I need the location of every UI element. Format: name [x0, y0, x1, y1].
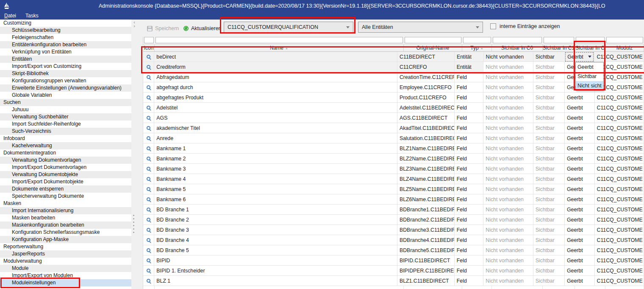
- column-header-typ[interactable]: Typ▲: [462, 45, 492, 51]
- lookup-magnifier-icon[interactable]: [147, 177, 150, 181]
- filter-input-original-name[interactable]: [405, 37, 461, 43]
- table-row-partial[interactable]: [143, 286, 644, 289]
- panel-splitter[interactable]: ‹›: [131, 20, 143, 289]
- sidebar-item-verwaltung-dokumentobjekte[interactable]: Verwaltung Dokumentobjekte: [0, 171, 131, 178]
- lookup-magnifier-icon[interactable]: [147, 187, 150, 191]
- lookup-magnifier-icon[interactable]: [147, 95, 150, 99]
- menu-item-tasks[interactable]: Tasks: [25, 13, 39, 19]
- lookup-magnifier-icon[interactable]: [147, 279, 150, 283]
- sidebar-item-verwaltung-suchbehälter[interactable]: Verwaltung Suchbehälter: [0, 113, 131, 121]
- lookup-magnifier-icon[interactable]: [147, 157, 150, 160]
- lookup-magnifier-icon[interactable]: [147, 106, 150, 109]
- sidebar-item-maskenkonfiguration-bearbeiten[interactable]: Maskenkonfiguration bearbeiten: [0, 222, 131, 229]
- table-row-bedirect[interactable]: beDirectC11BEDIRECTEntitätNicht vorhande…: [143, 52, 644, 62]
- table-row-blz-1[interactable]: BLZ 1BLZ1.C11BEDIRECTFeldNicht vorhanden…: [143, 276, 644, 286]
- sidebar-item-verwaltung-dokumentvorlagen[interactable]: Verwaltung Dokumentvorlagen: [0, 157, 131, 164]
- sidebar-item-reportverwaltung[interactable]: Reportverwaltung: [0, 243, 131, 250]
- filter-input-sichtbar-in-c1[interactable]: [544, 37, 574, 43]
- entity-filter-combobox[interactable]: Alle Entitäten: [358, 22, 483, 33]
- filter-input-icon[interactable]: [144, 37, 154, 43]
- table-row-creditreform[interactable]: CreditreformC11CREFOEntitätNicht vorhand…: [143, 62, 644, 72]
- sidebar-item-import-export-dokumentvorlagen[interactable]: Import/Export Dokumentvorlagen: [0, 164, 131, 171]
- sidebar-item-customizing[interactable]: Customizing: [0, 20, 131, 27]
- table-row-abfragedatum[interactable]: AbfragedatumCreationTime.C11CREFOFeldNic…: [143, 72, 644, 82]
- sidebar-item-module[interactable]: Module: [0, 265, 131, 272]
- lookup-magnifier-icon[interactable]: [147, 258, 150, 262]
- column-header-icon[interactable]: Icon: [143, 45, 155, 51]
- filter-input-typ[interactable]: [463, 37, 491, 43]
- save-button[interactable]: Speichern: [147, 23, 179, 34]
- table-row-bd-branche-4[interactable]: BD Branche 4BDBranche4.C11BEDIRECTFeldNi…: [143, 235, 644, 245]
- lookup-magnifier-icon[interactable]: [147, 146, 150, 150]
- sidebar-item-konfiguration-app-maske[interactable]: Konfiguration App-Maske: [0, 236, 131, 243]
- column-header-name[interactable]: Name▲: [155, 45, 404, 51]
- splitter-collapse-icons[interactable]: ‹›: [132, 20, 137, 28]
- sidebar-item-jasperreports[interactable]: JasperReports: [0, 250, 131, 258]
- dropdown-option-sichtbar[interactable]: Sichtbar: [576, 72, 603, 81]
- lookup-magnifier-icon[interactable]: [147, 197, 150, 201]
- lookup-magnifier-icon[interactable]: [147, 65, 150, 69]
- sidebar-item-erweiterte-einstellungen-anwendungsvariablen[interactable]: Erweiterte Einstellungen (Anwendungsvari…: [0, 84, 131, 92]
- sidebar-item-globale-variablen[interactable]: Globale Variablen: [0, 92, 131, 99]
- sidebar-item-konfiguration-schnellerfassungsmaske[interactable]: Konfiguration Schnellerfassungsmaske: [0, 229, 131, 236]
- column-header-sichtbar-in-c[interactable]: Sichtbar in C: [575, 45, 605, 51]
- column-header-sichtbar-in-c1[interactable]: Sichtbar in C1: [543, 45, 575, 51]
- column-header-original-name[interactable]: Original-Name: [404, 45, 462, 51]
- sidebar-item-speicherverwaltung-dokumente[interactable]: Speicherverwaltung Dokumente: [0, 193, 131, 200]
- lookup-magnifier-icon[interactable]: [147, 238, 150, 242]
- table-row-adelstitel[interactable]: AdelstitelAdelstitel.C11BEDIRECTFeldNich…: [143, 103, 644, 113]
- table-row-abgefragtes-produkt[interactable]: abgefragtes ProduktProduct.C11CREFOFeldN…: [143, 93, 644, 103]
- lookup-magnifier-icon[interactable]: [147, 136, 150, 140]
- lookup-magnifier-icon[interactable]: [147, 208, 150, 211]
- filter-input-modulz[interactable]: [606, 37, 643, 43]
- menu-item-datei[interactable]: Datei: [4, 13, 16, 19]
- dropdown-option-geerbt[interactable]: Geerbt: [576, 62, 603, 72]
- sidebar-item-moduleinstellungen[interactable]: Moduleinstellungen: [0, 279, 131, 286]
- dropdown-option-nicht-sicht[interactable]: Nicht sicht: [576, 81, 603, 90]
- table-row-anrede[interactable]: AnredeSalutation.C11BEDIRECTFeldNicht vo…: [143, 133, 644, 143]
- table-row-bankname-1[interactable]: Bankname 1BLZ1Name.C11BEDIRECTFeldNicht …: [143, 143, 644, 154]
- table-row-bipid-1-entscheider[interactable]: BIPID 1. EntscheiderBIPIDPER.C11BEDIRECT…: [143, 266, 644, 276]
- table-row-bd-branche-5[interactable]: BD Branche 5BDBranche5.C11BEDIRECTFeldNi…: [143, 245, 644, 255]
- table-row-bankname-5[interactable]: Bankname 5BLZ5Name.C11BEDIRECTFeldNicht …: [143, 184, 644, 194]
- table-row-bankname-2[interactable]: Bankname 2BLZ2Name.C11BEDIRECTFeldNicht …: [143, 154, 644, 164]
- table-row-abgefragt-durch[interactable]: abgefragt durchEmployee.C11CREFOFeldNich…: [143, 82, 644, 93]
- sidebar-item-modulverwaltung[interactable]: Modulverwaltung: [0, 258, 131, 265]
- internal-entries-checkbox[interactable]: [490, 23, 496, 29]
- lookup-magnifier-icon[interactable]: [147, 248, 150, 252]
- sidebar-item-entitäten[interactable]: Entitäten: [0, 56, 131, 63]
- lookup-magnifier-icon[interactable]: [147, 218, 150, 222]
- lookup-magnifier-icon[interactable]: [147, 55, 150, 59]
- table-row-ags[interactable]: AGSAGS.C11BEDIRECTFeldNicht vorhandenSic…: [143, 113, 644, 123]
- lookup-magnifier-icon[interactable]: [147, 85, 150, 89]
- module-combobox[interactable]: C11CQ_CUSTOMERQUALIFICATION: [224, 22, 353, 33]
- visibility-combobox-editor[interactable]: Geerbt: [565, 52, 594, 62]
- sidebar-item-infoboard[interactable]: Infoboard: [0, 135, 131, 142]
- lookup-magnifier-icon[interactable]: [147, 126, 150, 130]
- sidebar-item-import-suchfelder-reihenfolge[interactable]: Import Suchfelder-Reihenfolge: [0, 121, 131, 128]
- sidebar-item-masken[interactable]: Masken: [0, 200, 131, 207]
- sidebar-item-suchen[interactable]: Suchen: [0, 99, 131, 106]
- splitter-drag-handle-icon[interactable]: [133, 215, 134, 233]
- sidebar-item-such-verzeichnis[interactable]: Such-Verzeichnis: [0, 128, 131, 135]
- lookup-magnifier-icon[interactable]: [147, 116, 150, 120]
- lookup-magnifier-icon[interactable]: [147, 269, 150, 272]
- sidebar-item-schlüsselbearbeitung[interactable]: Schlüsselbearbeitung: [0, 27, 131, 34]
- column-header-sichtbar-in-c0[interactable]: Sichtbar in C0: [492, 45, 543, 51]
- sidebar-item-import-export-dokumentobjekte[interactable]: Import/Export Dokumentobjekte: [0, 178, 131, 185]
- sidebar-item-dokumentenintegration[interactable]: Dokumentenintegration: [0, 149, 131, 157]
- sidebar-item-skript-bibliothek[interactable]: Skript-Bibliothek: [0, 70, 131, 77]
- sidebar-item-import-internationalisierung[interactable]: Import Internationalisierung: [0, 207, 131, 214]
- table-row-bd-branche-1[interactable]: BD Branche 1BDBranche1.C11BEDIRECTFeldNi…: [143, 205, 644, 215]
- sidebar-item-import-export-von-modulen[interactable]: Import/Export von Modulen: [0, 272, 131, 279]
- lookup-magnifier-icon[interactable]: [147, 167, 150, 171]
- sidebar-item-import-export-von-customizing[interactable]: Import/Export von Customizing: [0, 63, 131, 70]
- refresh-button[interactable]: Aktualisieren: [183, 23, 222, 34]
- sidebar-item-juhuuu[interactable]: Juhuuu: [0, 106, 131, 113]
- column-header-modulz[interactable]: Modulz: [605, 45, 644, 51]
- sidebar-item-dokumente-entsperren[interactable]: Dokumente entsperren: [0, 185, 131, 193]
- sidebar-item-verknüpfung-von-entitäten[interactable]: Verknüpfung von Entitäten: [0, 48, 131, 56]
- table-row-bd-branche-2[interactable]: BD Branche 2BDBranche2.C11BEDIRECTFeldNi…: [143, 215, 644, 225]
- table-row-bipid[interactable]: BIPIDBIPID.C11BEDIRECTFeldNicht vorhande…: [143, 255, 644, 266]
- sidebar-item-konfigurationsgruppen-verwalten[interactable]: Konfigurationsgruppen verwalten: [0, 77, 131, 84]
